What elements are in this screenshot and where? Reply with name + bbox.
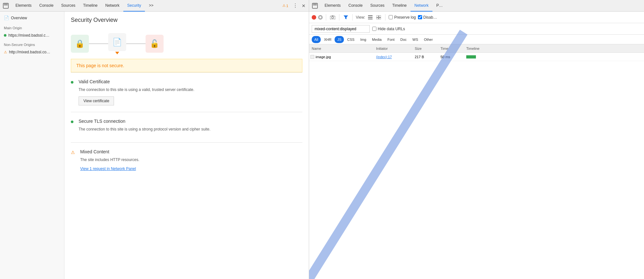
table-row[interactable]: image.jpg (index):17 217 B 50 ms — [309, 53, 644, 61]
filter-icon[interactable] — [343, 14, 349, 21]
diagram-line-1 — [89, 43, 108, 44]
tab-sources-right[interactable]: Sources — [366, 0, 388, 12]
close-button[interactable]: ✕ — [300, 3, 308, 8]
svg-rect-11 — [376, 15, 378, 17]
toolbar-separator-1 — [326, 14, 326, 21]
svg-rect-5 — [313, 5, 317, 5]
svg-rect-12 — [379, 15, 381, 17]
list-view-button[interactable] — [367, 14, 374, 21]
type-filter-js[interactable]: JS — [335, 36, 344, 43]
type-filter-img[interactable]: Img — [358, 36, 369, 43]
cell-name: image.jpg — [309, 55, 374, 59]
view-network-panel-link[interactable]: View 1 request in Network Panel — [80, 166, 136, 171]
sidebar-item-non-secure[interactable]: ⚠ http://mixed.badssl.co… — [0, 48, 64, 56]
non-secure-origins-heading: Non-Secure Origins — [0, 40, 64, 48]
mixed-content-content: Mixed Content The site includes HTTP res… — [80, 149, 302, 171]
col-initiator-header: Initiator — [374, 47, 412, 50]
view-certificate-button[interactable]: View certificate — [79, 96, 114, 105]
tab-p-right[interactable]: P… — [432, 0, 447, 12]
file-icon — [310, 55, 314, 59]
disable-cache-checkbox[interactable] — [418, 15, 422, 19]
preserve-log-label[interactable]: Preserve log — [389, 15, 416, 20]
cell-time: 50 ms — [438, 55, 464, 59]
diagram-arrow: 📄 — [108, 33, 126, 54]
security-overview-title: Security Overview — [71, 17, 302, 23]
record-button[interactable] — [312, 15, 316, 20]
security-diagram: 🔒 📄 🔓 — [71, 30, 302, 58]
tab-console[interactable]: Console — [35, 0, 57, 12]
stop-button[interactable] — [318, 15, 323, 20]
type-filter-font[interactable]: Font — [385, 36, 397, 43]
filter-input[interactable] — [312, 25, 370, 33]
preserve-log-checkbox[interactable] — [389, 15, 393, 19]
table-header: Name Initiator Size Time Timeline — [309, 44, 644, 53]
tab-timeline[interactable]: Timeline — [79, 0, 101, 12]
devtools-icon-right — [310, 1, 319, 10]
left-devtools-panel: Elements Console Sources Timeline Networ… — [0, 0, 309, 279]
tab-sources[interactable]: Sources — [57, 0, 79, 12]
type-filter-xhr[interactable]: XHR — [321, 36, 334, 43]
cell-size: 217 B — [412, 55, 438, 59]
hide-data-urls-checkbox[interactable] — [372, 27, 376, 31]
arrow-down-icon — [115, 52, 119, 54]
mixed-content-desc: The site includes HTTP resources. — [80, 157, 302, 163]
disable-cache-label[interactable]: Disab… — [418, 15, 437, 20]
col-name-header: Name — [309, 47, 374, 50]
warning-text: This page is not secure. — [76, 63, 297, 68]
secure-tls-desc: The connection to this site is using a s… — [79, 126, 302, 132]
type-filter-all[interactable]: All — [312, 36, 321, 43]
tree-view-button[interactable] — [375, 14, 382, 21]
secure-tls-section: Secure TLS connection The connection to … — [71, 112, 302, 142]
cell-timeline — [464, 55, 644, 59]
svg-rect-14 — [379, 18, 381, 19]
sidebar-item-main-origin[interactable]: https://mixed.badssl.c… — [0, 31, 64, 40]
col-time-header: Time — [438, 47, 464, 50]
network-table: Name Initiator Size Time Timeline image.… — [309, 44, 644, 279]
document-icon: 📄 — [112, 38, 122, 47]
tab-elements[interactable]: Elements — [12, 0, 35, 12]
svg-rect-2 — [4, 5, 8, 5]
cell-initiator[interactable]: (index):17 — [374, 55, 412, 59]
non-secure-url: http://mixed.badssl.co… — [9, 50, 50, 54]
security-sidebar: 📄 Overview Main Origin https://mixed.bad… — [0, 12, 64, 279]
type-filter-bar: All XHR JS CSS Img Media Font Doc WS Oth… — [309, 35, 644, 44]
tab-timeline-right[interactable]: Timeline — [388, 0, 411, 12]
content-area: 📄 Overview Main Origin https://mixed.bad… — [0, 12, 309, 279]
toolbar-separator-4 — [385, 14, 385, 21]
hide-data-urls-label[interactable]: Hide data URLs — [372, 27, 405, 31]
left-tab-bar: Elements Console Sources Timeline Networ… — [0, 0, 309, 12]
valid-certificate-section: Valid Certificate The connection to this… — [71, 72, 302, 112]
type-filter-doc[interactable]: Doc — [398, 36, 409, 43]
camera-icon[interactable] — [329, 14, 336, 21]
tab-security[interactable]: Security — [123, 0, 145, 12]
mixed-content-section: ⚠ Mixed Content The site includes HTTP r… — [71, 142, 302, 177]
warning-badge: ⚠ 1 — [280, 4, 291, 8]
valid-cert-content: Valid Certificate The connection to this… — [79, 79, 302, 105]
tab-elements-right[interactable]: Elements — [321, 0, 345, 12]
type-filter-other[interactable]: Other — [421, 36, 436, 43]
col-size-header: Size — [412, 47, 438, 50]
svg-rect-13 — [376, 18, 378, 19]
tab-network[interactable]: Network — [101, 0, 123, 12]
devtools-icon — [1, 1, 10, 10]
toolbar-separator-3 — [352, 14, 353, 21]
valid-cert-title: Valid Certificate — [79, 79, 302, 84]
warning-banner: This page is not secure. — [71, 59, 302, 72]
secure-tls-dot — [71, 119, 73, 136]
secure-tls-title: Secure TLS connection — [79, 119, 302, 124]
more-options-button[interactable]: ⋮ — [291, 3, 300, 9]
sidebar-item-overview[interactable]: 📄 Overview — [0, 13, 64, 23]
tab-network-right[interactable]: Network — [411, 0, 432, 12]
timeline-bar — [466, 55, 476, 59]
type-filter-media[interactable]: Media — [369, 36, 384, 43]
warning-triangle-icon: ⚠ — [4, 50, 7, 54]
type-filter-ws[interactable]: WS — [410, 36, 421, 43]
svg-rect-1 — [4, 4, 8, 4]
tab-more[interactable]: >> — [145, 0, 157, 12]
svg-rect-8 — [368, 15, 373, 16]
insecure-icon: 🔓 — [146, 35, 164, 53]
mixed-content-dot: ⚠ — [71, 150, 75, 171]
tab-console-right[interactable]: Console — [345, 0, 366, 12]
type-filter-css[interactable]: CSS — [345, 36, 357, 43]
lock-icon: 🔒 — [75, 39, 85, 48]
